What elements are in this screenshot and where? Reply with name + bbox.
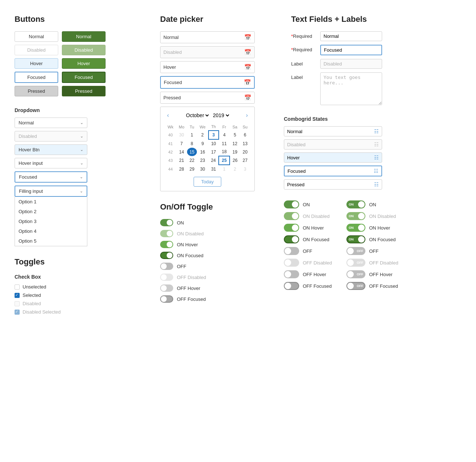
today-button[interactable]: Today — [194, 177, 222, 187]
cal-day-5[interactable]: 5 — [230, 131, 240, 139]
toggle1-on-focused[interactable] — [160, 252, 173, 259]
checkbox-icon-selected[interactable] — [15, 293, 20, 298]
combogrid-icon-normal[interactable]: ☷ — [374, 128, 379, 134]
cal-day-23[interactable]: 23 — [197, 156, 209, 165]
cal-day-3[interactable]: 3 — [209, 131, 219, 139]
toggle2-on-hover[interactable] — [284, 224, 299, 232]
toggle2-off-focused[interactable] — [284, 282, 299, 290]
cal-day-30-prev[interactable]: 30 — [176, 131, 187, 139]
cal-day-22[interactable]: 22 — [187, 156, 197, 165]
cal-day-7[interactable]: 7 — [176, 139, 187, 148]
dp-input-hover[interactable] — [163, 64, 243, 70]
cal-day-31[interactable]: 31 — [209, 165, 219, 173]
cal-day-28[interactable]: 28 — [176, 165, 187, 173]
dropdown-option-4[interactable]: Option 4 — [15, 226, 87, 236]
btn-outline-hover[interactable]: Hover — [15, 58, 58, 69]
cal-day-10[interactable]: 10 — [209, 139, 219, 148]
toggle3-on-hover[interactable]: ON — [346, 224, 365, 232]
cal-day-20[interactable]: 20 — [240, 148, 250, 156]
toggle3-on[interactable]: ON — [346, 200, 365, 208]
btn-outline-focused[interactable]: Focused — [15, 72, 58, 83]
toggle3-off[interactable]: OFF — [346, 247, 365, 255]
toggle3-off-focused[interactable]: OFF — [346, 282, 365, 290]
dropdown-option-5[interactable]: Option 5 — [15, 236, 87, 246]
dropdown-ctrl-filling[interactable]: Filling input ⌄ — [15, 186, 87, 197]
cal-day-25[interactable]: 25 — [219, 156, 230, 165]
cal-day-30[interactable]: 30 — [197, 165, 209, 173]
checkbox-icon-unselected[interactable] — [15, 284, 20, 290]
cg-input-pressed[interactable] — [287, 182, 373, 187]
cal-day-6[interactable]: 6 — [240, 131, 250, 139]
dropdown-ctrl-hover-input[interactable]: Hover input ⌄ — [15, 158, 87, 168]
btn-outline-pressed[interactable]: Pressed — [15, 86, 58, 96]
cg-input-focused[interactable] — [287, 168, 372, 174]
dp-input-pressed[interactable] — [163, 95, 243, 100]
calendar-icon-pressed[interactable]: 📅 — [244, 94, 251, 101]
calendar-icon-focused[interactable]: 📅 — [244, 79, 251, 86]
tf-textarea[interactable]: You text goes here... — [320, 72, 382, 105]
cal-day-15-selected[interactable]: 15 — [187, 148, 197, 156]
dropdown-ctrl-normal[interactable]: Normal ⌄ — [15, 118, 87, 128]
cal-day-17[interactable]: 17 — [209, 148, 219, 156]
dp-input-focused[interactable] — [164, 80, 242, 85]
dropdown-label-disabled: Disabled — [19, 134, 37, 139]
calendar-next-btn[interactable]: › — [244, 111, 250, 119]
btn-green-normal[interactable]: Normal — [62, 31, 106, 42]
btn-green-focused[interactable]: Focused — [62, 72, 106, 83]
dropdown-ctrl-hover-btn[interactable]: Hover Btn ⌄ — [15, 144, 87, 155]
month-select[interactable]: October — [185, 112, 210, 119]
cal-day-21[interactable]: 21 — [176, 156, 187, 165]
onoff-section-header: On/Off Toggle — [160, 202, 269, 212]
calendar-icon-hover[interactable]: 📅 — [244, 64, 251, 71]
toggle2-on-focused[interactable] — [284, 235, 299, 243]
btn-green-hover[interactable]: Hover — [62, 58, 106, 69]
cal-day-1-next[interactable]: 1 — [219, 165, 230, 173]
calendar-prev-btn[interactable]: ‹ — [165, 111, 171, 119]
cal-day-13[interactable]: 13 — [240, 139, 250, 148]
cal-day-2[interactable]: 2 — [197, 131, 209, 139]
toggle1-off-hover[interactable] — [160, 284, 173, 292]
toggle2-off[interactable] — [284, 247, 299, 255]
dp-input-normal[interactable] — [163, 35, 243, 40]
cal-day-4[interactable]: 4 — [219, 131, 230, 139]
cal-day-9[interactable]: 9 — [197, 139, 209, 148]
cal-day-1[interactable]: 1 — [187, 131, 197, 139]
cg-input-hover[interactable] — [287, 155, 373, 160]
combogrid-icon-hover[interactable]: ☷ — [374, 155, 379, 160]
btn-green-pressed[interactable]: Pressed — [62, 86, 106, 96]
toggle2-on[interactable] — [284, 200, 299, 208]
cg-input-normal[interactable] — [287, 129, 373, 134]
tf-input-required-normal[interactable] — [320, 31, 382, 41]
toggle1-off-focused[interactable] — [160, 295, 173, 303]
toggle1-off[interactable] — [160, 263, 173, 270]
cal-day-18[interactable]: 18 — [219, 148, 230, 156]
dropdown-ctrl-focused[interactable]: Focused ⌄ — [15, 171, 87, 183]
cal-day-24[interactable]: 24 — [209, 156, 219, 165]
year-select[interactable]: 2019 — [211, 112, 230, 119]
cal-day-19[interactable]: 19 — [230, 148, 240, 156]
dropdown-option-2[interactable]: Option 2 — [15, 207, 87, 216]
combogrid-icon-focused[interactable]: ☷ — [374, 168, 378, 174]
cal-day-3-next[interactable]: 3 — [240, 165, 250, 173]
combogrid-icon-pressed[interactable]: ☷ — [374, 182, 379, 187]
toggle1-on[interactable] — [160, 219, 173, 226]
toggle1-on-hover[interactable] — [160, 241, 173, 248]
calendar-icon[interactable]: 📅 — [244, 34, 251, 41]
toggle3-off-hover[interactable]: OFF — [346, 270, 365, 278]
cal-day-14[interactable]: 14 — [176, 148, 187, 156]
cal-day-27[interactable]: 27 — [240, 156, 250, 165]
dropdown-option-1[interactable]: Option 1 — [15, 197, 87, 207]
cal-day-8[interactable]: 8 — [187, 139, 197, 148]
cal-day-2-next[interactable]: 2 — [230, 165, 240, 173]
btn-outline-normal[interactable]: Normal — [15, 31, 58, 42]
cal-day-16[interactable]: 16 — [197, 148, 209, 156]
dropdown-option-3[interactable]: Option 3 — [15, 216, 87, 226]
textfields-title: Text Fields + Labels — [291, 15, 461, 24]
toggle2-off-hover[interactable] — [284, 270, 299, 278]
cal-day-12[interactable]: 12 — [230, 139, 240, 148]
tf-input-required-focused[interactable] — [320, 45, 382, 55]
cal-day-29[interactable]: 29 — [187, 165, 197, 173]
toggle3-on-focused[interactable]: ON — [346, 235, 365, 243]
cal-day-26[interactable]: 26 — [230, 156, 240, 165]
cal-day-11[interactable]: 11 — [219, 139, 230, 148]
